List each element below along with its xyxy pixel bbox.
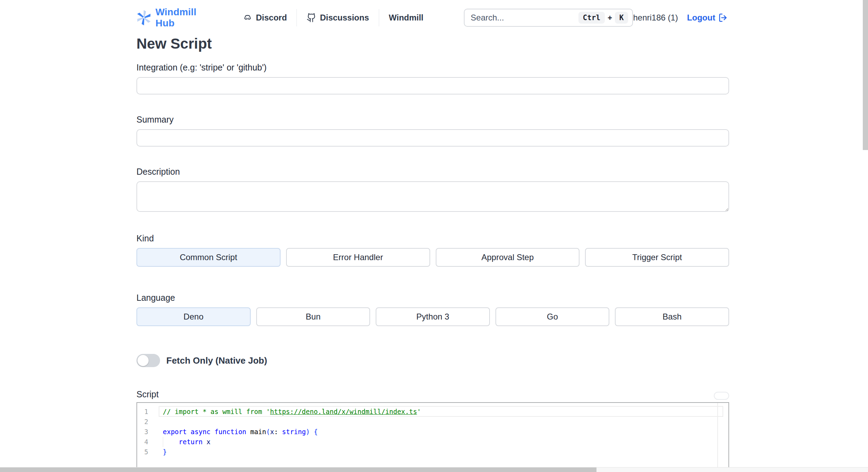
nav-item-windmill[interactable]: Windmill (379, 13, 433, 23)
line-number: 3 (140, 427, 148, 437)
fetch-only-row: Fetch Only (Native Job) (136, 354, 729, 367)
language-option-go[interactable]: Go (495, 307, 610, 326)
kind-options: Common Script Error Handler Approval Ste… (136, 248, 729, 267)
nav-label-discord: Discord (256, 13, 287, 23)
header: Windmill Hub Discord Discussions Windmil… (0, 0, 868, 35)
script-label: Script (136, 389, 159, 400)
language-option-bun[interactable]: Bun (256, 307, 370, 326)
discord-icon (243, 13, 252, 23)
page-title: New Script (136, 35, 729, 52)
line-number: 2 (140, 417, 148, 427)
logout-icon (718, 13, 728, 23)
code-line: 2 (137, 417, 728, 427)
nav-label-discussions: Discussions (320, 13, 369, 23)
windmill-logo-icon (136, 8, 151, 28)
github-icon (307, 13, 316, 23)
code-editor[interactable]: 1// import * as wmill from 'https://deno… (136, 402, 729, 472)
language-group: Language Deno Bun Python 3 Go Bash (136, 292, 729, 326)
kind-option-common-script[interactable]: Common Script (136, 248, 281, 267)
language-options: Deno Bun Python 3 Go Bash (136, 307, 729, 326)
language-option-python3[interactable]: Python 3 (376, 307, 490, 326)
description-label: Description (136, 166, 729, 177)
code-text: // import * as wmill from 'https://deno.… (163, 407, 421, 417)
username: henri186 (1) (633, 13, 678, 23)
kbd-ctrl: Ctrl (578, 12, 605, 24)
horizontal-scrollbar-thumb[interactable] (0, 467, 596, 472)
fetch-only-label: Fetch Only (Native Job) (166, 355, 267, 366)
line-number: 5 (140, 447, 148, 457)
nav-item-discussions[interactable]: Discussions (297, 13, 378, 23)
integration-group: Integration (e.g: 'stripe' or 'github') (136, 62, 729, 94)
kbd-separator: + (608, 14, 612, 22)
kind-group: Kind Common Script Error Handler Approva… (136, 233, 729, 267)
nav-item-discord[interactable]: Discord (233, 13, 297, 23)
script-header-row: Script (136, 389, 729, 400)
code-line: 3export async function main(x: string) { (137, 427, 728, 437)
kind-label: Kind (136, 233, 729, 244)
language-option-bash[interactable]: Bash (615, 307, 729, 326)
horizontal-scrollbar[interactable] (0, 467, 868, 472)
code-text: return x (163, 437, 210, 447)
code-lines: 1// import * as wmill from 'https://deno… (137, 403, 728, 457)
indent-guide (163, 437, 163, 447)
main-content: New Script Integration (e.g: 'stripe' or… (136, 35, 729, 472)
kind-option-error-handler[interactable]: Error Handler (286, 248, 430, 267)
summary-label: Summary (136, 114, 729, 125)
description-group: Description (136, 166, 729, 212)
header-nav: Discord Discussions Windmill (233, 8, 433, 27)
nav-label-windmill: Windmill (389, 13, 424, 23)
search-box[interactable]: Ctrl + K (464, 9, 633, 27)
kind-option-approval-step[interactable]: Approval Step (436, 248, 580, 267)
brand-name: Windmill Hub (156, 7, 202, 29)
code-text: } (163, 447, 167, 457)
vertical-scrollbar[interactable] (863, 0, 868, 467)
code-text: export async function main(x: string) { (163, 427, 318, 437)
vertical-scrollbar-thumb[interactable] (863, 0, 868, 150)
line-number: 4 (140, 437, 148, 447)
fetch-only-toggle[interactable] (136, 354, 160, 367)
code-line: 1// import * as wmill from 'https://deno… (137, 407, 728, 417)
logout-link[interactable]: Logout (687, 13, 728, 23)
toggle-knob-icon (137, 355, 149, 366)
user-area: henri186 (1) Logout (633, 13, 728, 23)
search-shortcut: Ctrl + K (578, 12, 628, 24)
integration-label: Integration (e.g: 'stripe' or 'github') (136, 62, 729, 73)
brand-link[interactable]: Windmill Hub (136, 7, 202, 29)
summary-group: Summary (136, 114, 729, 147)
line-number: 1 (140, 407, 148, 417)
language-label: Language (136, 292, 729, 303)
code-line: 5} (137, 447, 728, 457)
kbd-k: K (615, 12, 628, 24)
editor-toggle-pill[interactable] (714, 392, 729, 400)
logout-label: Logout (687, 13, 715, 23)
code-line: 4 return x (137, 437, 728, 447)
language-option-deno[interactable]: Deno (136, 307, 251, 326)
summary-input[interactable] (136, 129, 729, 147)
description-textarea[interactable] (136, 181, 729, 212)
kind-option-trigger-script[interactable]: Trigger Script (585, 248, 729, 267)
search-input[interactable] (471, 13, 578, 23)
integration-input[interactable] (136, 77, 729, 94)
